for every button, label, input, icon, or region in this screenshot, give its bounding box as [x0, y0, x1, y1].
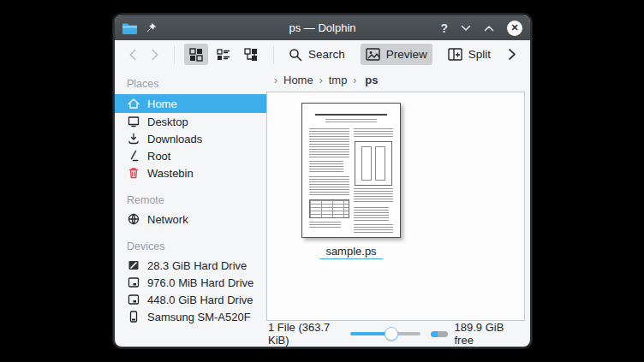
breadcrumb-item-tmp[interactable]: tmp [329, 74, 348, 86]
forward-button[interactable] [146, 44, 164, 65]
desktop-icon [127, 116, 140, 128]
breadcrumb-item-ps[interactable]: ps [365, 74, 378, 86]
details-view-icon [217, 48, 230, 62]
sidebar-item-drive-448[interactable]: 448.0 GiB Hard Drive [115, 291, 266, 308]
sidebar-item-label: Home [147, 98, 177, 110]
sidebar-item-label: Samsung SM-A520F [147, 311, 251, 323]
chevron-right-icon: › [319, 74, 323, 86]
disk-usage-indicator [431, 331, 448, 337]
help-button[interactable]: ? [440, 21, 448, 35]
sidebar-item-wastebin[interactable]: Wastebin [115, 164, 266, 181]
split-icon [448, 48, 462, 61]
network-icon [127, 213, 140, 226]
sidebar-item-desktop[interactable]: Desktop [115, 113, 266, 130]
zoom-slider[interactable] [350, 327, 420, 341]
search-label: Search [308, 48, 345, 61]
sidebar-item-label: Root [147, 150, 170, 163]
details-view-button[interactable] [212, 44, 236, 65]
desktop-background: { "colors": { "accent": "#3daee9", "titl… [0, 0, 644, 362]
preview-author-lines [325, 119, 378, 123]
toolbar: Search Preview Split [115, 40, 530, 68]
file-name-label[interactable]: sample.ps [319, 245, 382, 259]
sidebar-item-network[interactable]: Network [115, 211, 266, 228]
hard-drive-icon [127, 276, 140, 289]
hard-drive-system-icon [127, 259, 140, 272]
chevron-left-icon [128, 48, 137, 62]
preview-figure [355, 141, 393, 186]
folder-view[interactable]: sample.ps [266, 92, 525, 321]
back-button[interactable] [123, 44, 142, 65]
toolbar-overflow-button[interactable] [503, 44, 522, 65]
trash-icon [127, 167, 140, 180]
sidebar-item-label: Network [147, 213, 188, 226]
free-space-label: 189.9 GiB free [454, 321, 523, 347]
hard-drive-icon [127, 294, 140, 306]
chevron-up-icon [484, 25, 494, 32]
sidebar-item-label: Wastebin [147, 167, 194, 180]
preview-table [309, 199, 349, 218]
tree-view-button[interactable] [239, 44, 264, 65]
preview-toggle-button[interactable]: Preview [361, 44, 432, 65]
preview-label: Preview [386, 48, 427, 61]
titlebar[interactable]: ps — Dolphin ? ✕ [115, 15, 530, 40]
preview-title-line [315, 114, 387, 116]
close-icon: ✕ [510, 23, 518, 33]
search-icon [289, 48, 302, 62]
breadcrumb-item-home[interactable]: Home [283, 74, 313, 86]
maximize-button[interactable] [484, 25, 494, 32]
pin-icon[interactable] [146, 22, 157, 33]
zoom-slider-handle[interactable] [385, 327, 398, 341]
sidebar-item-samsung-phone[interactable]: Samsung SM-A520F [115, 308, 266, 325]
section-header-places: Places [115, 72, 266, 94]
chevron-down-icon [461, 25, 471, 32]
sidebar-item-label: Downloads [147, 133, 202, 145]
breadcrumb: › Home › tmp › ps [266, 68, 525, 92]
icons-view-button[interactable] [184, 44, 208, 65]
sidebar-item-root[interactable]: Root [115, 147, 266, 164]
split-label: Split [468, 48, 491, 61]
chevron-right-icon [151, 48, 159, 62]
preview-icon [366, 48, 380, 61]
status-summary: 1 File (363.7 KiB) [268, 321, 350, 347]
icons-view-icon [189, 48, 203, 62]
toolbar-separator [174, 45, 175, 64]
home-icon [127, 98, 140, 110]
close-button[interactable]: ✕ [507, 21, 522, 36]
search-button[interactable]: Search [283, 44, 350, 65]
sidebar-item-drive-976[interactable]: 976.0 MiB Hard Drive [115, 274, 266, 291]
sidebar-item-label: 976.0 MiB Hard Drive [147, 276, 253, 289]
places-panel: Places Home Desktop Downloads [115, 68, 266, 347]
dolphin-window: ps — Dolphin ? ✕ [113, 14, 532, 348]
preview-right-column [354, 128, 394, 234]
sidebar-item-label: 448.0 GiB Hard Drive [147, 294, 253, 306]
chevron-right-icon: › [353, 74, 356, 86]
sidebar-item-downloads[interactable]: Downloads [115, 130, 266, 147]
smartphone-icon [127, 311, 140, 323]
folder-icon [122, 22, 137, 34]
toolbar-separator [273, 45, 274, 64]
file-thumbnail[interactable] [301, 103, 401, 238]
minimize-button[interactable] [461, 25, 471, 32]
preview-left-column [309, 128, 349, 234]
section-header-devices: Devices [115, 234, 266, 257]
chevron-right-icon [508, 48, 516, 61]
chevron-right-icon: › [274, 74, 277, 86]
sidebar-item-home[interactable]: Home [115, 94, 266, 113]
sidebar-item-label: Desktop [147, 116, 188, 128]
tree-view-icon [244, 48, 259, 62]
file-item-sample-ps[interactable]: sample.ps [296, 103, 406, 259]
sidebar-item-label: 28.3 GiB Hard Drive [147, 259, 247, 272]
split-button[interactable]: Split [443, 44, 496, 65]
root-icon [127, 150, 140, 163]
section-header-remote: Remote [115, 188, 266, 211]
download-icon [127, 133, 140, 145]
sidebar-item-drive-28[interactable]: 28.3 GiB Hard Drive [115, 257, 266, 274]
statusbar: 1 File (363.7 KiB) 189.9 GiB free [266, 321, 525, 347]
